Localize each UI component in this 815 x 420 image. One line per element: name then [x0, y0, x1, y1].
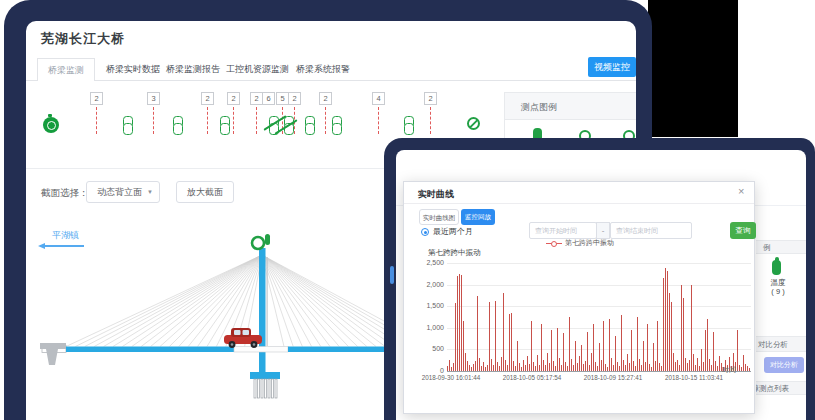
- sensor-marker-line: [378, 107, 379, 134]
- page-title: 芜湖长江大桥: [41, 30, 125, 48]
- sensor-marker-line: [96, 107, 97, 134]
- tab-monitor-playback[interactable]: 监控回放: [461, 209, 495, 225]
- stay-cable: [262, 255, 358, 347]
- sensor-count-badge: 3: [147, 92, 160, 105]
- query-end-time-input[interactable]: [610, 222, 692, 239]
- legend-panel-title: 测点图例: [505, 92, 636, 120]
- dialog-header-divider: [404, 203, 754, 204]
- disabled-sensor-icon[interactable]: [467, 117, 480, 130]
- sensor-count-badge: 2: [319, 92, 332, 105]
- y-tick: 1,000: [408, 324, 444, 331]
- radio-label: 最近两个月: [433, 226, 473, 237]
- sensor-count-badge: 2: [90, 92, 103, 105]
- stay-cable: [262, 255, 330, 347]
- x-tick: 2018-10-09 15:27:41: [573, 374, 653, 381]
- section-select-value: 动态背立面: [97, 187, 142, 197]
- x-tick: 2018-10-05 05:17:54: [492, 374, 572, 381]
- y-tick: 1,500: [408, 302, 444, 309]
- deck-left: [66, 347, 234, 353]
- tab-ipc-resource-monitor[interactable]: 工控机资源监测: [226, 63, 289, 76]
- legend-panel-header-fragment: 例: [756, 240, 806, 254]
- pier-piles: [254, 379, 277, 398]
- sensor-count-badge: 2: [288, 92, 301, 105]
- pier-cap: [250, 372, 280, 379]
- video-monitor-button[interactable]: 视频监控: [588, 57, 636, 77]
- fault-list-section-header: 故障测点列表: [756, 381, 806, 395]
- screen: 芜湖长江大桥 桥梁监测 桥梁实时数据 桥梁监测报告 工控机资源监测 桥梁系统报警…: [0, 0, 815, 420]
- sensor-marker-line: [325, 107, 326, 134]
- chain-sensor-icon[interactable]: [404, 116, 413, 134]
- sensor-marker-line: [430, 107, 431, 134]
- stay-cable: [262, 255, 394, 347]
- scrollbar-thumb[interactable]: [390, 266, 394, 284]
- car: [224, 328, 262, 348]
- tower-rear-line: [267, 257, 268, 346]
- x-tick: 2018-10-15 11:03:41: [654, 374, 734, 381]
- y-tick: 2,500: [408, 259, 444, 266]
- legend-marker-icon: [546, 241, 562, 246]
- sensor-count-badge: 2: [201, 92, 214, 105]
- sensor-count-badge: 4: [372, 92, 385, 105]
- chart-y-axis-title: 第七跨跨中振动: [428, 248, 481, 258]
- stay-cable: [262, 255, 348, 347]
- enlarge-section-button[interactable]: 放大截面: [176, 181, 234, 203]
- sensor-marker-line: [153, 107, 154, 134]
- tab-bridge-realtime-data[interactable]: 桥梁实时数据: [106, 63, 160, 76]
- bar-series: [447, 263, 751, 371]
- tab-bridge-monitor[interactable]: 桥梁监测: [37, 58, 95, 81]
- stay-cable: [262, 255, 376, 347]
- query-button[interactable]: 查询: [730, 222, 756, 239]
- clock-sensor-icon[interactable]: [43, 117, 59, 133]
- close-icon[interactable]: ×: [738, 185, 744, 197]
- stay-cable: [262, 255, 321, 347]
- chevron-down-icon: ▼: [147, 182, 153, 202]
- tower-top-sensor-icon[interactable]: [252, 234, 270, 249]
- chain-sensor-icon[interactable]: [173, 116, 182, 134]
- recent-two-months-radio[interactable]: [421, 228, 429, 236]
- query-start-time-input[interactable]: [529, 222, 597, 239]
- sensor-count-badge: 2: [424, 92, 437, 105]
- chain-sensor-icon[interactable]: [123, 116, 132, 134]
- tab-bridge-report[interactable]: 桥梁监测报告: [166, 63, 220, 76]
- sensor-marker-line: [256, 107, 257, 134]
- stay-cable: [262, 255, 339, 347]
- chain-sensor-icon[interactable]: [332, 116, 341, 134]
- section-select-label: 截面选择：: [41, 187, 89, 200]
- y-tick: 0: [408, 367, 444, 374]
- compare-analysis-button[interactable]: 对比分析: [764, 357, 804, 373]
- chart-x-axis-title: 时间: [722, 365, 736, 375]
- chart-plot-area: [447, 263, 751, 371]
- x-axis-line: [447, 371, 751, 372]
- bar: [495, 301, 496, 371]
- sensor-marker-line: [207, 107, 208, 134]
- stay-cable: [198, 255, 262, 347]
- abutment: [40, 343, 66, 365]
- section-select-dropdown[interactable]: 动态背立面 ▼: [86, 181, 160, 203]
- realtime-curve-dialog: 实时曲线 × 实时曲线图 监控回放 最近两个月 - 查询 第七跨跨中振动 第七跨…: [403, 181, 755, 414]
- sensor-marker-line: [233, 107, 234, 134]
- date-range-separator: -: [596, 222, 610, 239]
- temperature-count: ( 9 ): [766, 287, 790, 296]
- chart-legend[interactable]: 第七跨跨中振动: [404, 238, 756, 248]
- tab-bridge-system-alarm[interactable]: 桥梁系统报警: [296, 63, 350, 76]
- thermometer-icon: [772, 260, 781, 275]
- y-tick: 2,000: [408, 281, 444, 288]
- bar: [749, 368, 750, 371]
- stay-cable: [262, 255, 404, 347]
- sensor-count-badge: 2: [227, 92, 240, 105]
- sensor-count-badge: 6: [262, 92, 275, 105]
- chain-sensor-icon[interactable]: [305, 116, 314, 134]
- background-black-region: [648, 0, 738, 137]
- y-tick: 500: [408, 345, 444, 352]
- bridge-tower: [259, 248, 266, 376]
- chain-sensor-icon[interactable]: [220, 116, 229, 134]
- tab-realtime-curve[interactable]: 实时曲线图: [419, 209, 459, 225]
- tabbar-divider: [26, 80, 636, 81]
- compare-section-header: 对比分析: [756, 336, 806, 352]
- deck-mid-segment: [234, 347, 288, 353]
- x-tick: 2018-09-30 16:01:44: [411, 374, 491, 381]
- dialog-title: 实时曲线: [418, 188, 454, 201]
